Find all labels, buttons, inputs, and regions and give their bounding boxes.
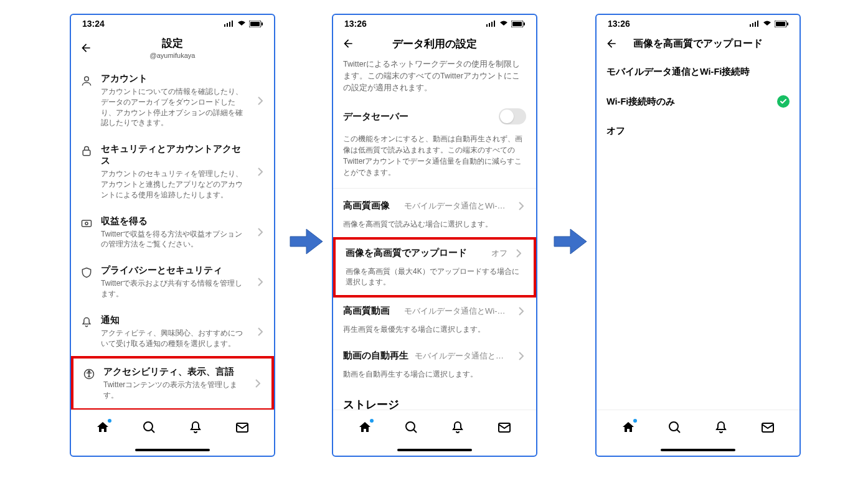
- svg-rect-30: [755, 22, 756, 27]
- row-high-quality-image[interactable]: 高画質画像 モバイルデータ通信とWi-Fi接続時: [333, 192, 536, 219]
- nav-search[interactable]: [667, 420, 683, 436]
- data-usage-content: Twitterによるネットワークデータの使用を制限します。この端末のすべてのTw…: [333, 57, 536, 410]
- row-label: 高画質画像: [343, 200, 390, 212]
- svg-rect-21: [491, 22, 493, 27]
- svg-point-12: [88, 371, 90, 373]
- bottom-nav: [333, 410, 536, 444]
- svg-point-26: [406, 422, 415, 431]
- item-desc: Twitterで表示および共有する情報を管理します。: [101, 278, 248, 299]
- clock: 13:26: [344, 19, 367, 29]
- back-button[interactable]: [604, 36, 619, 51]
- nav-messages[interactable]: [496, 420, 512, 436]
- option-wifi-only[interactable]: Wi-Fi接続時のみ: [597, 87, 800, 116]
- settings-item-monetization[interactable]: 収益を得る Twitterで収益を得る方法や収益オプションの管理方法をご覧くださ…: [71, 208, 274, 258]
- nav-home[interactable]: [357, 420, 373, 436]
- nav-notifications[interactable]: [187, 420, 204, 436]
- svg-rect-8: [83, 151, 90, 156]
- nav-notifications[interactable]: [450, 420, 466, 436]
- header: 設定 @ayumifukaya: [71, 32, 274, 65]
- bell-icon: [80, 316, 93, 329]
- home-indicator: [333, 444, 536, 456]
- row-label: 動画の自動再生: [343, 350, 408, 362]
- row-desc: 画像を高画質（最大4K）でアップロードする場合に選択します。: [336, 266, 534, 295]
- row-label: 高画質動画: [343, 305, 390, 317]
- page-subtitle: @ayumifukaya: [93, 52, 252, 59]
- header: 画像を高画質でアップロード: [597, 32, 800, 57]
- settings-item-privacy[interactable]: プライバシーとセキュリティ Twitterで表示および共有する情報を管理します。: [71, 257, 274, 307]
- data-saver-toggle[interactable]: [499, 108, 526, 124]
- phone-upload-quality: 13:26 画像を高画質でアップロード モバイルデータ通信とWi-Fi接続時 W…: [595, 14, 801, 457]
- row-high-quality-video[interactable]: 高画質動画 モバイルデータ通信とWi-Fi接続時: [333, 298, 536, 324]
- clock: 13:26: [608, 19, 630, 29]
- flow-arrow: [289, 224, 324, 259]
- settings-item-notifications[interactable]: 通知 アクティビティ、興味関心、おすすめについて受け取る通知の種類を選択します。: [71, 307, 274, 357]
- page-description: Twitterによるネットワークデータの使用を制限します。この端末のすべてのTw…: [333, 57, 536, 102]
- page-title: データ利用の設定: [356, 37, 514, 51]
- svg-rect-5: [250, 22, 260, 26]
- home-indicator: [71, 444, 274, 456]
- item-title: アカウント: [101, 73, 248, 85]
- nav-notifications[interactable]: [713, 420, 729, 436]
- user-icon: [80, 74, 93, 88]
- svg-rect-29: [752, 23, 753, 27]
- row-label: 画像を高画質でアップロード: [346, 247, 467, 259]
- svg-point-7: [85, 77, 89, 81]
- svg-rect-1: [227, 23, 228, 27]
- svg-point-10: [85, 222, 88, 224]
- back-button[interactable]: [78, 40, 93, 55]
- nav-home[interactable]: [620, 420, 636, 436]
- svg-rect-9: [82, 220, 92, 227]
- svg-rect-19: [486, 24, 488, 27]
- data-saver-label: データセーバー: [343, 111, 408, 123]
- item-desc: アカウントについての情報を確認したり、データのアーカイブをダウンロードしたり、ア…: [101, 87, 248, 128]
- row-upload-high-quality[interactable]: 画像を高画質でアップロード オフ: [336, 240, 534, 266]
- item-desc: Twitterコンテンツの表示方法を管理します。: [103, 380, 245, 401]
- home-indicator: [597, 444, 800, 456]
- data-saver-desc: この機能をオンにすると、動画は自動再生されず、画像は低画質で読み込まれます。この…: [343, 133, 526, 178]
- bottom-nav: [597, 410, 800, 444]
- item-title: 通知: [101, 314, 248, 326]
- nav-messages[interactable]: [760, 420, 776, 436]
- nav-messages[interactable]: [234, 420, 250, 436]
- money-icon: [80, 217, 93, 230]
- option-label: オフ: [606, 125, 625, 137]
- item-title: アクセシビリティ、表示、言語: [103, 366, 245, 378]
- svg-rect-0: [224, 24, 225, 27]
- item-desc: アカウントのセキュリティを管理したり、アカウントと連携したアプリなどのアカウント…: [101, 169, 248, 200]
- data-saver-row: データセーバー: [333, 102, 536, 131]
- item-desc: Twitterで収益を得る方法や収益オプションの管理方法をご覧ください。: [101, 229, 248, 250]
- nav-home[interactable]: [95, 420, 111, 436]
- status-indicators: [224, 21, 263, 27]
- page-title: 画像を高画質でアップロード: [619, 37, 777, 50]
- svg-rect-31: [757, 21, 758, 27]
- svg-rect-24: [512, 22, 522, 26]
- svg-point-17: [144, 422, 153, 431]
- options-list: モバイルデータ通信とWi-Fi接続時 Wi-Fi接続時のみ オフ: [597, 57, 800, 410]
- option-mobile-and-wifi[interactable]: モバイルデータ通信とWi-Fi接続時: [597, 57, 800, 87]
- settings-item-accessibility[interactable]: アクセシビリティ、表示、言語 Twitterコンテンツの表示方法を管理します。: [71, 356, 274, 410]
- row-desc: 再生画質を最優先する場合に選択します。: [333, 324, 536, 342]
- row-desc: 画像を高画質で読み込む場合に選択します。: [333, 219, 536, 237]
- storage-header: ストレージ: [333, 387, 536, 410]
- row-value: モバイルデータ通信とWi-Fi接続時: [404, 306, 510, 317]
- nav-search[interactable]: [141, 420, 158, 436]
- settings-item-account[interactable]: アカウント アカウントについての情報を確認したり、データのアーカイブをダウンロー…: [71, 65, 274, 136]
- svg-rect-25: [524, 22, 525, 26]
- chevron-right-icon: [255, 327, 265, 336]
- back-button[interactable]: [341, 36, 356, 51]
- chevron-right-icon: [255, 167, 265, 176]
- status-indicators: [486, 21, 525, 27]
- bottom-nav: [71, 410, 274, 444]
- chevron-right-icon: [253, 379, 263, 388]
- settings-item-security[interactable]: セキュリティとアカウントアクセス アカウントのセキュリティを管理したり、アカウン…: [71, 136, 274, 207]
- svg-rect-34: [787, 22, 788, 26]
- flow-arrow: [553, 224, 588, 259]
- svg-rect-2: [229, 22, 230, 27]
- phone-settings: 13:24 設定 @ayumifukaya アカウント アカウントについての情報…: [70, 14, 275, 457]
- nav-search[interactable]: [403, 420, 420, 436]
- svg-rect-33: [776, 22, 785, 26]
- status-indicators: [750, 21, 788, 27]
- row-value: モバイルデータ通信とWi-Fi…: [415, 350, 510, 362]
- row-autoplay[interactable]: 動画の自動再生 モバイルデータ通信とWi-Fi…: [333, 342, 536, 369]
- option-off[interactable]: オフ: [597, 116, 800, 146]
